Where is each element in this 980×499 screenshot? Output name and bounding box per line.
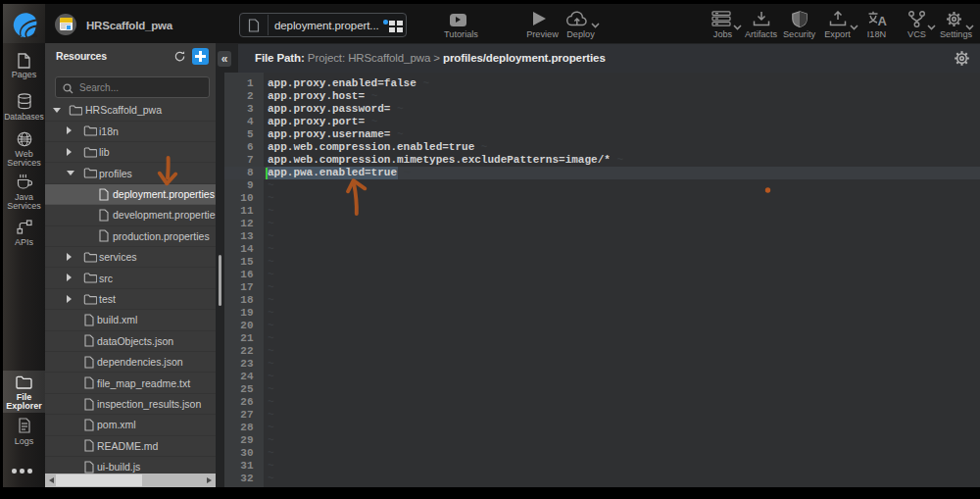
svg-text:A: A (878, 13, 888, 27)
